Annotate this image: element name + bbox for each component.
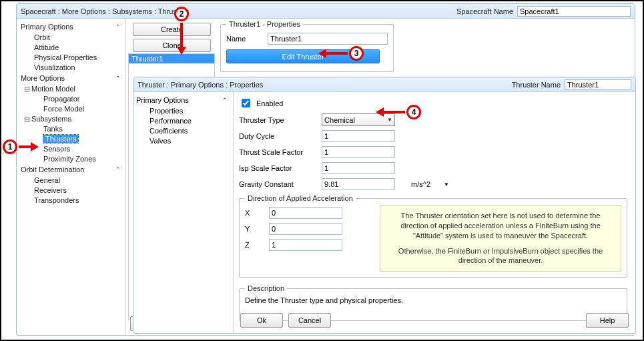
- tree-item-attitude[interactable]: Attitude: [19, 43, 125, 53]
- tree-motion-model[interactable]: ⊟Motion Model: [19, 84, 125, 94]
- thruster-form: Enabled Thruster Type Chemical ▼ Duty Cy…: [235, 95, 631, 309]
- tree-item-physical-properties[interactable]: Physical Properties: [19, 53, 125, 63]
- tree-item-transponders[interactable]: Transponders: [19, 196, 125, 206]
- spacecraft-titlebar: Spacecraft : More Options : Subsystems :…: [17, 4, 635, 19]
- z-input[interactable]: [269, 239, 342, 251]
- tree-item-tanks[interactable]: Tanks: [19, 124, 125, 134]
- gravity-constant-input[interactable]: [322, 178, 395, 190]
- properties-legend: Thruster1 - Properties: [226, 20, 303, 28]
- enabled-checkbox[interactable]: [242, 99, 250, 107]
- thruster-type-label: Thruster Type: [239, 116, 318, 124]
- thruster-window: Thruster : Primary Options : Properties …: [133, 77, 636, 334]
- direction-box: Direction of Applied Acceleration X Y Z …: [239, 194, 627, 278]
- collapse-icon: ⌃: [115, 22, 121, 32]
- tree-primary-options[interactable]: Primary Options⌃: [19, 21, 125, 33]
- tree-item-valves[interactable]: Valves: [135, 136, 232, 146]
- x-label: X: [245, 209, 265, 217]
- tree-subsystems[interactable]: ⊟Subsystems: [19, 114, 125, 124]
- thruster-name-label: Thruster Name: [512, 81, 561, 89]
- tree-item-propagator[interactable]: Propagator: [19, 94, 125, 104]
- gravity-unit-select[interactable]: m/s^2: [411, 180, 430, 188]
- tree-item-proximity-zones[interactable]: Proximity Zones: [19, 154, 125, 164]
- chevron-down-icon: ▼: [444, 182, 449, 188]
- tree-item-visualization[interactable]: Visualization: [19, 63, 125, 73]
- breadcrumb: Spacecraft : More Options : Subsystems :…: [21, 7, 189, 15]
- tree-orbit-determination[interactable]: Orbit Determination⌃: [19, 164, 125, 176]
- spacecraft-name-input[interactable]: [517, 6, 631, 17]
- name-label: Name: [226, 35, 262, 43]
- list-item[interactable]: Thruster1: [129, 54, 214, 63]
- z-label: Z: [245, 241, 265, 249]
- thruster-properties-box: Thruster1 - Properties Name Edit Thruste…: [220, 20, 394, 72]
- tree-item-properties[interactable]: Properties: [135, 106, 232, 116]
- spacecraft-tree: Primary Options⌃ Orbit Attitude Physical…: [17, 19, 125, 335]
- ok-button[interactable]: Ok: [240, 313, 283, 328]
- isp-scale-label: Isp Scale Factor: [239, 164, 318, 172]
- tree-more-options[interactable]: More Options⌃: [19, 73, 125, 84]
- clone-button[interactable]: Clone: [133, 39, 211, 52]
- y-input[interactable]: [269, 223, 342, 235]
- description-text: Define the Thruster type and physical pr…: [245, 296, 621, 304]
- collapse-icon: ⌃: [115, 165, 121, 175]
- tree-item-orbit[interactable]: Orbit: [19, 33, 125, 43]
- expand-icon: ⊟: [23, 84, 30, 94]
- tree-item-force-model[interactable]: Force Model: [19, 104, 125, 114]
- duty-cycle-input[interactable]: [322, 130, 395, 142]
- tree-item-performance-coefficients[interactable]: Performance Coefficients: [135, 116, 232, 136]
- callout-4: 4: [406, 105, 421, 119]
- expand-icon: ⊟: [23, 114, 30, 124]
- x-input[interactable]: [269, 207, 342, 219]
- thrust-scale-input[interactable]: [322, 146, 395, 158]
- collapse-icon: ⌃: [222, 95, 228, 105]
- create-button[interactable]: Create: [133, 23, 211, 36]
- help-button[interactable]: Help: [586, 313, 629, 328]
- thrust-scale-label: Thrust Scale Factor: [239, 148, 318, 156]
- y-label: Y: [245, 225, 265, 233]
- tree-item-general[interactable]: General: [19, 176, 125, 186]
- callout-2: 2: [174, 7, 189, 21]
- isp-scale-input[interactable]: [322, 162, 395, 174]
- tree-item-receivers[interactable]: Receivers: [19, 186, 125, 196]
- thruster-titlebar: Thruster : Primary Options : Properties …: [133, 77, 635, 92]
- thruster-tree: Primary Options⌃ Properties Performance …: [133, 92, 234, 333]
- spacecraft-name-label: Spacecraft Name: [456, 7, 513, 15]
- tree-primary-options[interactable]: Primary Options⌃: [135, 95, 232, 106]
- collapse-icon: ⌃: [115, 73, 121, 83]
- thruster-type-select[interactable]: Chemical ▼: [322, 113, 395, 126]
- breadcrumb: Thruster : Primary Options : Properties: [137, 81, 263, 89]
- gravity-constant-label: Gravity Constant: [239, 180, 318, 188]
- direction-note: The Thruster orientation set here is not…: [380, 205, 621, 272]
- cancel-button[interactable]: Cancel: [288, 313, 331, 328]
- description-legend: Description: [245, 284, 287, 292]
- direction-legend: Direction of Applied Acceleration: [245, 194, 356, 202]
- thruster-name-input[interactable]: [565, 79, 631, 90]
- enabled-label: Enabled: [256, 99, 283, 107]
- chevron-down-icon: ▼: [387, 117, 392, 123]
- thruster-name-input[interactable]: [268, 33, 388, 45]
- duty-cycle-label: Duty Cycle: [239, 132, 318, 140]
- callout-1: 1: [3, 139, 17, 154]
- callout-3: 3: [349, 46, 364, 61]
